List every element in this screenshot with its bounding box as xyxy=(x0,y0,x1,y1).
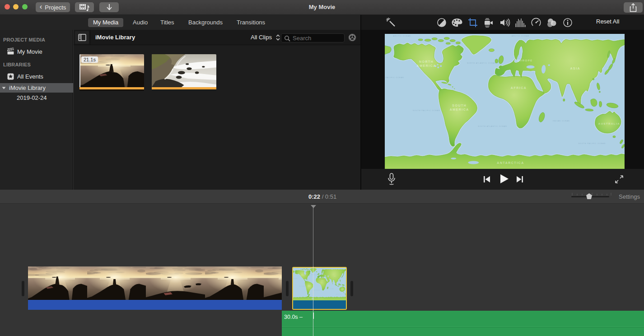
svg-text:NORTH ATLANTIC OCEAN: NORTH ATLANTIC OCEAN xyxy=(467,62,496,64)
svg-text:ARCTIC OCEAN: ARCTIC OCEAN xyxy=(393,35,411,37)
svg-text:SOUTH PACIFIC OCEAN: SOUTH PACIFIC OCEAN xyxy=(413,110,440,112)
svg-text:EUROPE: EUROPE xyxy=(322,274,326,275)
svg-text:PACIFIC OCEAN: PACIFIC OCEAN xyxy=(386,77,404,79)
svg-text:SOUTH: SOUTH xyxy=(452,104,467,107)
svg-text:AMERICA: AMERICA xyxy=(417,64,436,67)
svg-text:AUSTRALIA: AUSTRALIA xyxy=(598,122,620,125)
svg-text:SOUTH: SOUTH xyxy=(308,285,311,285)
svg-text:INDIAN OCEAN: INDIAN OCEAN xyxy=(553,120,570,122)
svg-text:ANTARCTICA: ANTARCTICA xyxy=(497,161,524,164)
svg-text:AFRICA: AFRICA xyxy=(511,86,527,89)
svg-text:NORTH: NORTH xyxy=(301,274,304,275)
svg-text:ASIA: ASIA xyxy=(570,67,580,70)
svg-text:EUROPE: EUROPE xyxy=(517,59,532,62)
svg-text:ARCTIC OCEAN: ARCTIC OCEAN xyxy=(512,35,529,37)
svg-text:AMERICA: AMERICA xyxy=(450,108,469,111)
svg-text:NORTH: NORTH xyxy=(419,60,434,63)
svg-text:ARCTIC OCEAN: ARCTIC OCEAN xyxy=(321,268,325,268)
svg-text:SOUTH PACIFIC OCEAN: SOUTH PACIFIC OCEAN xyxy=(579,143,606,145)
svg-text:ARCTIC OCEAN: ARCTIC OCEAN xyxy=(295,268,299,268)
svg-text:SOUTH ATLANTIC OCEAN: SOUTH ATLANTIC OCEAN xyxy=(478,126,507,127)
